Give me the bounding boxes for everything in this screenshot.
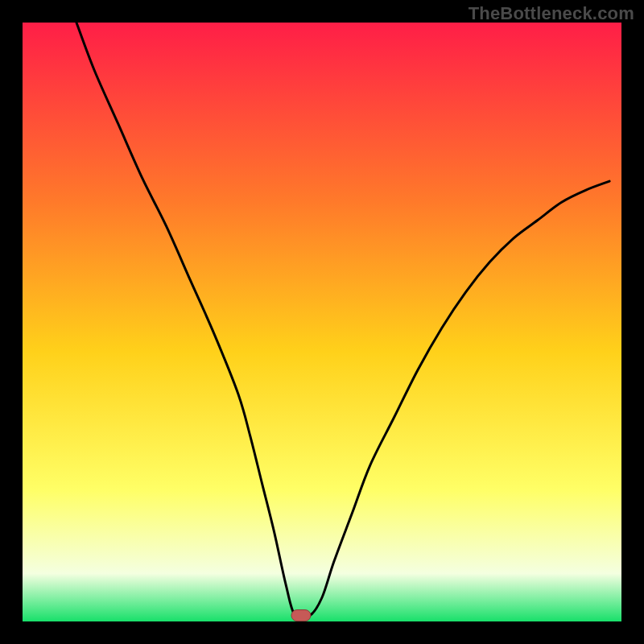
watermark-text: TheBottleneck.com [469, 3, 634, 24]
bottleneck-chart [0, 0, 644, 644]
optimum-marker [291, 610, 311, 621]
chart-frame: TheBottleneck.com [0, 0, 644, 644]
